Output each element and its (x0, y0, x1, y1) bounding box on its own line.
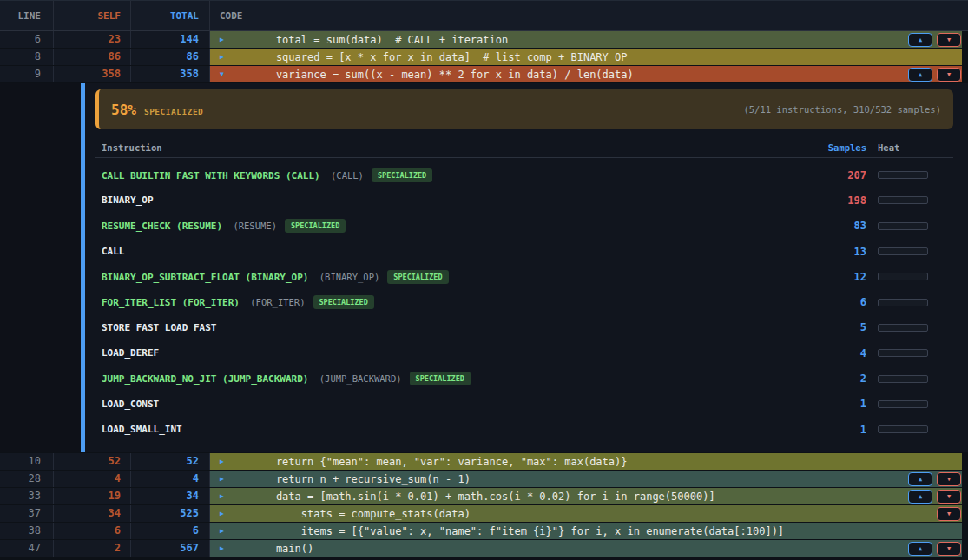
code-cell[interactable]: ▶ squared = [x * x for x in data] # list… (210, 49, 962, 65)
expand-icon[interactable]: ▶ (220, 49, 228, 65)
specialization-counts: (5/11 instructions, 310/532 samples) (743, 104, 941, 115)
code-text: items = [{"value": x, "name": f"item_{i}… (251, 525, 784, 537)
total-samples: 567 (131, 540, 210, 557)
expand-icon[interactable]: ▶ (220, 471, 228, 487)
code-column-header: CODE (210, 1, 968, 30)
line-number: 8 (0, 49, 54, 65)
code-cell[interactable]: ▶ total = sum(data) # CALL + iteration ▲… (210, 31, 962, 48)
code-cell[interactable]: ▶ stats = compute_stats(data) ▼ (210, 505, 962, 522)
instruction-base: (FOR_ITER) (245, 297, 306, 307)
down-button[interactable]: ▼ (937, 68, 961, 82)
instruction-name: LOAD_SMALL_INT (102, 424, 182, 435)
code-cell[interactable]: ▼ variance = sum((x - mean) ** 2 for x i… (210, 66, 962, 82)
row-buttons: ▲ ▼ (908, 540, 961, 557)
heat-bar (878, 171, 928, 179)
heat-bar (878, 425, 928, 433)
self-samples: 6 (54, 523, 131, 539)
instruction-table-body: CALL_BUILTIN_FAST_WITH_KEYWORDS (CALL) (… (95, 162, 953, 442)
expand-icon[interactable]: ▶ (220, 523, 228, 539)
down-button[interactable]: ▼ (937, 490, 961, 504)
down-button[interactable]: ▼ (937, 507, 961, 521)
up-button[interactable]: ▲ (908, 542, 932, 556)
instruction-name-cell: BINARY_OP (95, 194, 797, 206)
instruction-table-header: Instruction Samples Heat (95, 138, 953, 158)
up-button[interactable]: ▲ (908, 68, 932, 82)
instruction-row: RESUME_CHECK (RESUME) (RESUME)SPECIALIZE… (95, 214, 953, 239)
specialized-badge: SPECIALIZED (387, 270, 448, 284)
self-samples: 4 (54, 471, 131, 487)
down-button[interactable]: ▼ (937, 33, 961, 47)
total-samples: 34 (131, 488, 210, 504)
down-button[interactable]: ▼ (937, 472, 961, 486)
code-line-row: 47 2 567 ▶ main() ▲ ▼ (0, 540, 968, 557)
up-button[interactable]: ▲ (908, 490, 932, 504)
instruction-name: FOR_ITER_LIST (FOR_ITER) (102, 297, 240, 308)
expand-icon[interactable]: ▶ (220, 540, 228, 557)
code-cell[interactable]: ▶ items = [{"value": x, "name": f"item_{… (210, 523, 962, 539)
heat-bar (878, 349, 928, 357)
samples-value: 13 (797, 246, 866, 258)
instruction-base: (BINARY_OP) (313, 272, 379, 282)
line-number: 33 (0, 488, 54, 504)
down-button[interactable]: ▼ (937, 542, 961, 556)
heat-column-header[interactable]: Heat (878, 142, 928, 153)
self-samples: 86 (54, 49, 131, 65)
self-samples: 2 (54, 540, 131, 557)
instruction-base: (CALL) (326, 170, 364, 181)
expand-icon[interactable]: ▶ (220, 31, 228, 48)
total-samples: 52 (131, 453, 210, 470)
total-samples: 6 (131, 523, 210, 539)
instruction-row: JUMP_BACKWARD_NO_JIT (JUMP_BACKWARD) (JU… (95, 366, 953, 391)
samples-value: 6 (797, 296, 866, 308)
samples-column-header[interactable]: Samples (797, 142, 866, 153)
code-cell[interactable]: ▶ data = [math.sin(i * 0.01) + math.cos(… (210, 488, 962, 504)
up-button[interactable]: ▲ (908, 472, 932, 486)
instruction-name: STORE_FAST_LOAD_FAST (102, 322, 216, 333)
instruction-column-header[interactable]: Instruction (95, 142, 797, 153)
instruction-row: STORE_FAST_LOAD_FAST 5 (95, 315, 953, 340)
total-samples: 358 (131, 66, 210, 82)
self-samples: 52 (54, 453, 131, 470)
code-cell[interactable]: ▶ return n + recursive_sum(n - 1) ▲ ▼ (210, 471, 962, 487)
heat-bar (878, 400, 928, 408)
instruction-row: LOAD_DEREF 4 (95, 340, 953, 366)
line-detail-panel: 58% SPECIALIZED (5/11 instructions, 310/… (0, 83, 968, 452)
code-line-row: 10 52 52 ▶ return {"mean": mean, "var": … (0, 453, 968, 470)
total-samples: 4 (131, 471, 210, 487)
code-cell[interactable]: ▶ return {"mean": mean, "var": variance,… (210, 453, 962, 470)
total-column-header: TOTAL (131, 1, 210, 30)
code-text: squared = [x * x for x in data] # list c… (251, 51, 627, 63)
line-number: 6 (0, 31, 54, 48)
instruction-name-cell: STORE_FAST_LOAD_FAST (95, 322, 797, 333)
code-text: return {"mean": mean, "var": variance, "… (251, 456, 627, 468)
detail-panel-content: 58% SPECIALIZED (5/11 instructions, 310/… (95, 83, 953, 452)
self-samples: 19 (54, 488, 131, 504)
heat-bar (878, 299, 928, 306)
instruction-row: CALL_BUILTIN_FAST_WITH_KEYWORDS (CALL) (… (95, 162, 953, 188)
expand-icon[interactable]: ▶ (220, 453, 228, 470)
total-samples: 525 (131, 505, 210, 522)
instruction-name-cell: LOAD_SMALL_INT (95, 424, 797, 435)
expand-icon[interactable]: ▶ (220, 505, 228, 522)
specialized-badge: SPECIALIZED (285, 219, 346, 233)
instruction-name: BINARY_OP (102, 194, 154, 206)
code-text: return n + recursive_sum(n - 1) (251, 473, 471, 485)
instruction-row: BINARY_OP_SUBTRACT_FLOAT (BINARY_OP) (BI… (95, 264, 953, 289)
instruction-name-cell: LOAD_DEREF (95, 347, 797, 359)
expand-icon[interactable]: ▶ (220, 488, 228, 504)
specialized-percent: 58% (111, 102, 136, 118)
self-samples: 23 (54, 31, 131, 48)
code-cell[interactable]: ▶ main() ▲ ▼ (210, 540, 962, 557)
expand-icon[interactable]: ▼ (220, 66, 228, 82)
up-button[interactable]: ▲ (908, 33, 932, 47)
heat-bar (878, 222, 928, 230)
heat-bar (878, 196, 928, 204)
total-samples: 144 (131, 31, 210, 48)
code-line-row: 8 86 86 ▶ squared = [x * x for x in data… (0, 49, 968, 65)
samples-value: 1 (797, 398, 866, 410)
self-samples: 358 (54, 66, 131, 82)
line-number: 10 (0, 453, 54, 470)
row-buttons: ▲ ▼ (908, 66, 961, 82)
code-line-row: 33 19 34 ▶ data = [math.sin(i * 0.01) + … (0, 488, 968, 504)
code-rows-above-panel: 6 23 144 ▶ total = sum(data) # CALL + it… (0, 31, 968, 82)
